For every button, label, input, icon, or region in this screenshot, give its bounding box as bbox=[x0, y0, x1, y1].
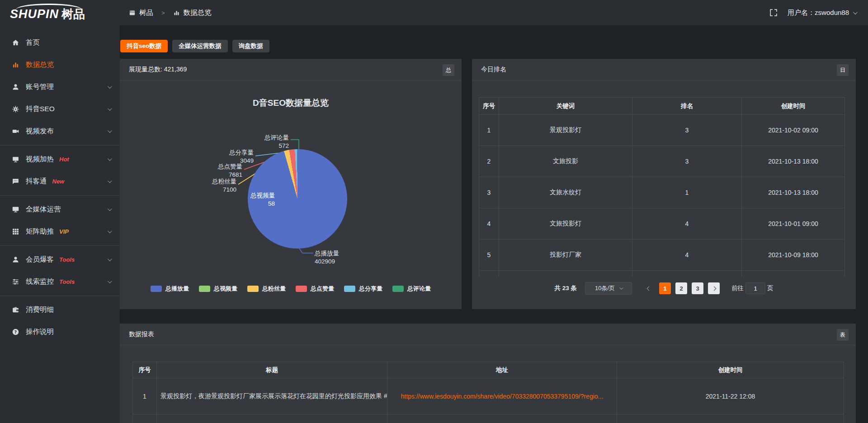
help-icon: ? bbox=[11, 328, 19, 336]
video-title: 景观投影灯，夜游景观投影灯厂家展示展示落花灯在花园里的灯光投影应用效果 # bbox=[157, 378, 387, 414]
ranking-panel: 今日排名 日 序号 关键词 排名 创建时间 1 景观投影灯 3 2021-10-… bbox=[472, 59, 856, 309]
goto-group: 前往 页 bbox=[731, 282, 774, 294]
table-row: 2 文旅投影 3 2021-10-13 18:00 bbox=[479, 146, 845, 177]
sidebar-menu: 首页 数据总览 账号管理 抖音SEO 视频发布 视频加热 Hot bbox=[0, 28, 120, 343]
legend-swatch bbox=[247, 286, 259, 292]
sidebar-item-media-ops[interactable]: 全媒体运营 bbox=[0, 198, 120, 221]
sidebar-item-douyin-seo[interactable]: 抖音SEO bbox=[0, 98, 120, 120]
table-row: 5 投影灯厂家 4 2021-10-09 18:00 bbox=[479, 240, 845, 271]
chevron-down-icon bbox=[619, 286, 623, 289]
sidebar-item-video-heat[interactable]: 视频加热 Hot bbox=[0, 148, 120, 170]
sidebar-item-consumption[interactable]: 消费明细 bbox=[0, 299, 120, 321]
tools-badge: Tools bbox=[59, 256, 75, 263]
tools-badge: Tools bbox=[59, 278, 75, 285]
sidebar-item-help[interactable]: ? 操作说明 bbox=[0, 321, 120, 343]
video-url-cell: https://www.iesdouyin.com/share/video/70… bbox=[387, 378, 617, 414]
monitor-icon bbox=[11, 206, 19, 214]
new-badge: New bbox=[52, 178, 65, 185]
sidebar-item-home[interactable]: 首页 bbox=[0, 32, 120, 54]
logo-arc bbox=[15, 4, 82, 10]
page-button-1[interactable]: 1 bbox=[659, 282, 671, 294]
tab-media-ops[interactable]: 全媒体运营数据 bbox=[172, 40, 228, 52]
user-dropdown[interactable]: 用户名：zswodun88 bbox=[788, 9, 856, 17]
hot-badge: Hot bbox=[59, 156, 69, 163]
chart-legend: 总播放量 总视频量 总粉丝量 总点赞量 总分享量 总评论量 bbox=[120, 285, 462, 293]
pie-chart-area: D音SEO数据量总览 总评论量572 总分享量3049 总点赞量7681 总粉丝… bbox=[120, 80, 462, 309]
goto-label: 前往 bbox=[731, 284, 744, 292]
table-row: 3 文旅水纹灯 1 2021-10-13 18:00 bbox=[479, 177, 845, 208]
bar-chart-icon bbox=[173, 9, 180, 16]
chevron-down-icon bbox=[108, 156, 112, 161]
member-icon bbox=[11, 256, 19, 264]
vip-badge: VIP bbox=[59, 228, 69, 235]
prev-page-button[interactable] bbox=[643, 282, 655, 294]
main-content: 抖音seo数据 全媒体运营数据 询盘数据 展现量总数: 421,369 总 D音… bbox=[120, 25, 868, 423]
day-button[interactable]: 日 bbox=[837, 64, 849, 76]
pie-label-plays: 总播放量402909 bbox=[315, 249, 339, 266]
breadcrumb-separator: > bbox=[161, 9, 165, 16]
sidebar-item-douketong[interactable]: 抖客通 New bbox=[0, 170, 120, 193]
sliders-icon bbox=[11, 278, 19, 286]
table-stub-row bbox=[479, 271, 845, 277]
svg-text:?: ? bbox=[14, 329, 16, 334]
sidebar-item-matrix-boost[interactable]: 矩阵助推 VIP bbox=[0, 221, 120, 243]
divider bbox=[0, 296, 120, 296]
pie-label-videos: 总视频量58 bbox=[250, 192, 275, 208]
legend-item[interactable]: 总分享量 bbox=[344, 285, 382, 293]
pie-label-likes: 总点赞量7681 bbox=[218, 163, 242, 179]
page-size-select[interactable]: 10条/页 bbox=[585, 282, 632, 295]
report-table: 序号 标题 地址 创建时间 1 景观投影灯，夜游景观投影灯厂家展示展示落花灯在花… bbox=[132, 362, 844, 423]
video-camera-icon bbox=[11, 127, 19, 136]
divider bbox=[0, 145, 120, 146]
fullscreen-icon[interactable] bbox=[769, 9, 778, 17]
page-button-2[interactable]: 2 bbox=[675, 282, 687, 294]
ranking-table: 序号 关键词 排名 创建时间 1 景观投影灯 3 2021-10-02 09:0… bbox=[479, 97, 845, 277]
goto-page-input[interactable] bbox=[745, 282, 765, 294]
legend-item[interactable]: 总评论量 bbox=[392, 285, 431, 293]
table-button[interactable]: 表 bbox=[837, 329, 849, 341]
chat-bubble-icon bbox=[11, 178, 19, 186]
legend-item[interactable]: 总点赞量 bbox=[296, 285, 334, 293]
pagination: 共 23 条 10条/页 1 2 3 前往 页 bbox=[472, 282, 856, 295]
video-link[interactable]: https://www.iesdouyin.com/share/video/70… bbox=[401, 393, 604, 400]
legend-item[interactable]: 总播放量 bbox=[151, 285, 189, 293]
sidebar: SHUPIN 树品 首页 数据总览 账号管理 抖音SEO 视频发布 bbox=[0, 0, 120, 423]
pie-label-comments: 总评论量572 bbox=[264, 134, 289, 150]
legend-item[interactable]: 总视频量 bbox=[199, 285, 237, 293]
user-icon bbox=[11, 83, 19, 91]
topbar-right: 用户名：zswodun88 bbox=[769, 9, 856, 17]
breadcrumb: 树品 > 数据总览 bbox=[129, 8, 212, 18]
breadcrumb-item-root[interactable]: 树品 bbox=[139, 8, 153, 18]
table-row: 1 景观投影灯，夜游景观投影灯厂家展示展示落花灯在花园里的灯光投影应用效果 # … bbox=[133, 378, 844, 414]
page-button-3[interactable]: 3 bbox=[692, 282, 703, 294]
logo[interactable]: SHUPIN 树品 bbox=[0, 0, 120, 28]
table-header-row: 序号 关键词 排名 创建时间 bbox=[479, 98, 845, 115]
chevron-right-icon bbox=[712, 286, 716, 291]
chevron-down-icon bbox=[108, 229, 112, 233]
legend-swatch bbox=[199, 286, 210, 292]
app-window-icon bbox=[129, 9, 136, 16]
legend-item[interactable]: 总粉丝量 bbox=[247, 285, 286, 293]
tv-icon bbox=[11, 155, 19, 164]
total-button[interactable]: 总 bbox=[443, 64, 454, 76]
sidebar-item-member-baoke[interactable]: 会员爆客 Tools bbox=[0, 249, 120, 271]
next-page-button[interactable] bbox=[708, 282, 720, 294]
table-row: 1 景观投影灯 3 2021-10-02 09:00 bbox=[479, 115, 845, 146]
home-icon bbox=[11, 39, 19, 47]
legend-swatch bbox=[151, 286, 162, 292]
breadcrumb-item-current[interactable]: 数据总览 bbox=[184, 8, 212, 18]
sidebar-item-data-overview[interactable]: 数据总览 bbox=[0, 54, 120, 76]
bar-chart-icon bbox=[11, 61, 19, 69]
chevron-down-icon bbox=[108, 257, 112, 261]
chevron-down-icon bbox=[108, 207, 112, 211]
tab-inquiry[interactable]: 询盘数据 bbox=[232, 40, 269, 52]
grid-icon bbox=[11, 228, 19, 236]
data-tabs: 抖音seo数据 全媒体运营数据 询盘数据 bbox=[120, 40, 269, 52]
pagination-total: 共 23 条 bbox=[554, 284, 577, 292]
sidebar-item-video-publish[interactable]: 视频发布 bbox=[0, 120, 120, 142]
table-stub-row bbox=[133, 414, 844, 423]
tab-douyin-seo[interactable]: 抖音seo数据 bbox=[120, 40, 168, 52]
ranking-panel-title: 今日排名 bbox=[472, 59, 856, 80]
sidebar-item-account[interactable]: 账号管理 bbox=[0, 76, 120, 98]
sidebar-item-lead-monitor[interactable]: 线索监控 Tools bbox=[0, 271, 120, 293]
